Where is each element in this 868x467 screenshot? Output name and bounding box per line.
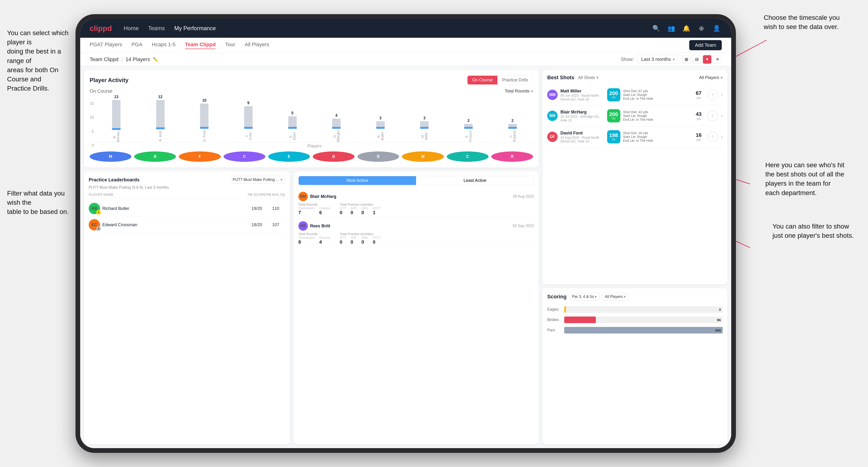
player-avatar[interactable]: B [134,151,176,162]
activity-tabs: Most Active Least Active [299,176,534,185]
profile-icon[interactable]: 👤 [711,23,722,33]
player-avatar[interactable]: C [447,151,489,162]
total-rounds-label: Total Rounds [299,232,331,236]
shot-detail-end: End Lie: In The Hole [623,97,689,100]
shot-player-name: Blair McHarg [560,110,604,115]
bar-highlight [156,127,165,129]
player-avatars-row: MBFCEBBMCR [90,151,533,162]
list-view-icon[interactable]: ⊟ [692,55,701,64]
shot-row-chevron[interactable]: › [721,92,723,98]
bar-value: 13 [114,95,118,99]
bar [376,121,385,129]
player-avatar[interactable]: B [357,151,399,162]
bar-group: 13 B. McHarg [96,95,137,142]
leaderboard-dropdown[interactable]: PUTT Must Make Putting ... ▾ [230,176,285,184]
bar-value: 4 [335,114,338,118]
tab-hcaps[interactable]: Hcaps 1-5 [152,41,176,49]
settings-view-icon[interactable]: ≡ [713,55,722,64]
tab-most-active[interactable]: Most Active [299,176,416,185]
bar-value: 3 [379,116,381,120]
annotation-filter: Filter what data you wish the table to b… [7,189,73,217]
scoring-bar-value: 3 [719,308,721,312]
par-filter[interactable]: Par 3, 4 & 5s ▾ [569,293,599,301]
shot-row[interactable]: MM Matt Miller 09 Jun 2023 · Royal North… [547,85,723,105]
grid-view-icon[interactable]: ⊞ [682,55,691,64]
putt-col: PUTT 0 [373,236,381,245]
leaderboard-row[interactable]: RB 1 Richard Butler 19/20 110 [89,200,285,217]
bar-label: M. Miller [421,130,428,142]
shot-player-name: David Ford [560,131,604,135]
bar [244,106,253,129]
all-players-filter[interactable]: All Players ▾ [699,75,723,80]
shot-detail-start: Start Lie: Rough [623,114,689,118]
search-icon[interactable]: 🔍 [651,23,661,33]
shot-player-avatar: BM [547,111,558,121]
player-avatar[interactable]: C [224,151,266,162]
bar-group: 3 R. Butler [360,95,401,142]
bar-group: 12 R. Britt [140,95,181,142]
tab-pga[interactable]: PGA [131,41,142,49]
shot-detail-end: End Lie: In The Hole [623,139,689,143]
shot-detail-start: Start Lie: Rough [623,135,689,139]
edit-team-icon[interactable]: ✏️ [153,57,158,62]
shot-detail-dist: Shot Dist: 16 yds [623,131,689,135]
lb-rank-avatar: EC 2 Edward Crossman [89,219,247,230]
nav-links: Home Teams My Performance [124,25,651,32]
practice-val: 6 [319,210,330,215]
player-avatar[interactable]: M [402,151,444,162]
tab-team-clippd[interactable]: Team Clippd [185,41,216,49]
lb-pb-avg: 107 [266,222,285,227]
tab-least-active[interactable]: Least Active [416,176,534,185]
shot-row-chevron[interactable]: › [721,133,723,140]
card-view-icon[interactable]: ♥ [703,55,711,64]
bar-value: 10 [202,98,206,102]
shot-rows: MM Matt Miller 09 Jun 2023 · Royal North… [547,85,723,148]
best-shots-card: Best Shots All Shots ▾ All Players ▾ MM … [542,70,727,284]
practice-drills-toggle[interactable]: Practice Drills [497,76,533,85]
all-shots-filter[interactable]: All Shots ▾ [578,75,598,80]
nav-my-performance[interactable]: My Performance [174,25,216,32]
nav-home[interactable]: Home [124,25,139,32]
player-avatar[interactable]: B [313,151,354,162]
active-player-row[interactable]: RB Rees Britt 02 Sep 2023 Total Rounds T… [299,218,534,248]
bar-label: R. Britt [158,131,162,142]
lb-player-name: Edward Crossman [102,222,137,227]
shot-row[interactable]: DF David Ford 24 Aug 2023 · Royal North … [547,126,723,148]
on-course-toggle[interactable]: On Course [467,76,497,85]
practice-label: Practice [319,236,330,239]
tab-all-players[interactable]: All Players [245,41,269,49]
lb-pb-score: 19/20 [247,206,266,211]
shot-detail-start: Start Lie: Rough [623,93,689,97]
add-team-button[interactable]: Add Team [689,40,722,50]
bell-icon[interactable]: 🔔 [681,23,691,33]
bar-label: R. Butler [377,130,384,142]
scoring-players-filter[interactable]: All Players ▾ [602,293,628,301]
player-avatar[interactable]: F [179,151,220,162]
tab-tour[interactable]: Tour [225,41,235,49]
shot-row[interactable]: BM Blair McHarg 23 Jul 2023 · Ashridge G… [547,105,723,126]
bar-group: 5 E. Ebert [272,95,313,142]
putt-label: PUTT [373,206,381,210]
pa-total-rounds: Total Rounds Tournament 7 Practice 6 [299,203,331,215]
shot-row-chevron[interactable]: › [721,113,723,119]
team-header-right: Show: Last 3 months ▾ ⊞ ⊟ ♥ ≡ [621,55,722,64]
shot-metrics: 43 yds 0 [691,111,718,121]
nav-icons: 🔍 👥 🔔 ⊕ 👤 [651,23,722,33]
leaderboard-row[interactable]: EC 2 Edward Crossman 18/20 107 [89,217,285,233]
arg-label: ARG [361,206,368,210]
total-rounds-dropdown[interactable]: Total Rounds ▾ [505,89,533,94]
tab-pgat[interactable]: PGAT Players [90,41,122,49]
player-avatar[interactable]: R [491,151,533,162]
show-dropdown[interactable]: Last 3 months ▾ [638,55,678,64]
bar [420,121,429,129]
active-player-row[interactable]: BM Blair McHarg 26 Aug 2023 Total Rounds… [299,189,534,218]
add-icon[interactable]: ⊕ [696,23,707,33]
shot-badge-label: SG [612,138,616,141]
practice-col: Practice 6 [319,206,330,215]
player-avatar[interactable]: E [268,151,310,162]
shot-player-avatar: MM [547,90,558,100]
nav-teams[interactable]: Teams [148,25,165,32]
shot-details: Shot Dist: 67 yds Start Lie: Rough End L… [623,89,689,100]
users-icon[interactable]: 👥 [666,23,677,33]
player-avatar[interactable]: M [90,151,131,162]
